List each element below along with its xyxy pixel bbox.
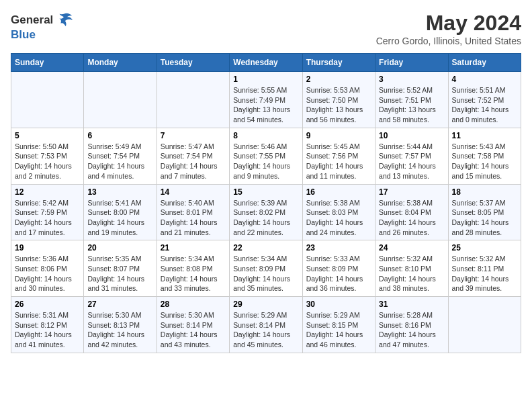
day-info: Sunrise: 5:53 AM Sunset: 7:50 PM Dayligh… xyxy=(306,85,371,125)
calendar-cell xyxy=(84,72,157,128)
column-header-sunday: Sunday xyxy=(11,54,84,72)
calendar-cell: 3Sunrise: 5:52 AM Sunset: 7:51 PM Daylig… xyxy=(375,72,448,128)
day-number: 11 xyxy=(452,131,517,140)
calendar-cell: 12Sunrise: 5:42 AM Sunset: 7:59 PM Dayli… xyxy=(11,184,84,240)
calendar-cell: 17Sunrise: 5:38 AM Sunset: 8:04 PM Dayli… xyxy=(375,184,448,240)
day-number: 29 xyxy=(233,300,298,309)
day-number: 8 xyxy=(233,131,298,140)
day-info: Sunrise: 5:51 AM Sunset: 7:52 PM Dayligh… xyxy=(452,85,517,125)
calendar-week-row: 26Sunrise: 5:31 AM Sunset: 8:12 PM Dayli… xyxy=(11,297,521,353)
column-header-thursday: Thursday xyxy=(302,54,375,72)
calendar-cell: 14Sunrise: 5:40 AM Sunset: 8:01 PM Dayli… xyxy=(157,184,229,240)
day-number: 25 xyxy=(452,243,517,253)
day-info: Sunrise: 5:55 AM Sunset: 7:49 PM Dayligh… xyxy=(233,85,298,125)
calendar-cell: 10Sunrise: 5:44 AM Sunset: 7:57 PM Dayli… xyxy=(375,128,448,184)
subtitle: Cerro Gordo, Illinois, United States xyxy=(376,36,521,46)
calendar-cell: 25Sunrise: 5:32 AM Sunset: 8:11 PM Dayli… xyxy=(448,240,521,297)
calendar-cell: 21Sunrise: 5:34 AM Sunset: 8:08 PM Dayli… xyxy=(157,240,229,297)
calendar-cell: 2Sunrise: 5:53 AM Sunset: 7:50 PM Daylig… xyxy=(302,72,375,128)
day-info: Sunrise: 5:39 AM Sunset: 8:02 PM Dayligh… xyxy=(233,198,298,238)
day-info: Sunrise: 5:29 AM Sunset: 8:15 PM Dayligh… xyxy=(306,310,371,350)
day-number: 23 xyxy=(306,243,371,253)
calendar-cell: 15Sunrise: 5:39 AM Sunset: 8:02 PM Dayli… xyxy=(230,184,302,240)
day-info: Sunrise: 5:31 AM Sunset: 8:12 PM Dayligh… xyxy=(15,310,80,350)
day-number: 27 xyxy=(87,300,152,309)
calendar-cell: 26Sunrise: 5:31 AM Sunset: 8:12 PM Dayli… xyxy=(11,297,84,353)
column-header-friday: Friday xyxy=(375,54,448,72)
day-info: Sunrise: 5:47 AM Sunset: 7:54 PM Dayligh… xyxy=(161,142,226,181)
day-info: Sunrise: 5:42 AM Sunset: 7:59 PM Dayligh… xyxy=(15,198,80,238)
calendar-cell: 24Sunrise: 5:32 AM Sunset: 8:10 PM Dayli… xyxy=(375,240,448,297)
day-info: Sunrise: 5:44 AM Sunset: 7:57 PM Dayligh… xyxy=(379,142,444,181)
day-info: Sunrise: 5:30 AM Sunset: 8:14 PM Dayligh… xyxy=(161,310,226,350)
logo-general: General xyxy=(11,13,53,27)
day-number: 28 xyxy=(161,300,226,309)
column-header-tuesday: Tuesday xyxy=(157,54,229,72)
page-header: General Blue May 2024 Cerro Gordo, Illin… xyxy=(11,11,521,46)
day-info: Sunrise: 5:32 AM Sunset: 8:11 PM Dayligh… xyxy=(452,254,517,293)
day-number: 13 xyxy=(87,187,152,197)
day-number: 15 xyxy=(233,187,298,197)
day-number: 12 xyxy=(15,187,80,197)
calendar-cell: 1Sunrise: 5:55 AM Sunset: 7:49 PM Daylig… xyxy=(230,72,302,128)
calendar-table: SundayMondayTuesdayWednesdayThursdayFrid… xyxy=(11,53,521,353)
calendar-cell: 8Sunrise: 5:46 AM Sunset: 7:55 PM Daylig… xyxy=(230,128,302,184)
calendar-cell: 27Sunrise: 5:30 AM Sunset: 8:13 PM Dayli… xyxy=(84,297,157,353)
calendar-cell: 28Sunrise: 5:30 AM Sunset: 8:14 PM Dayli… xyxy=(157,297,229,353)
day-number: 20 xyxy=(87,243,152,253)
day-info: Sunrise: 5:28 AM Sunset: 8:16 PM Dayligh… xyxy=(379,310,444,350)
day-info: Sunrise: 5:52 AM Sunset: 7:51 PM Dayligh… xyxy=(379,85,444,125)
day-info: Sunrise: 5:36 AM Sunset: 8:06 PM Dayligh… xyxy=(15,254,80,293)
calendar-cell: 23Sunrise: 5:33 AM Sunset: 8:09 PM Dayli… xyxy=(302,240,375,297)
day-number: 6 xyxy=(87,131,152,140)
calendar-week-row: 1Sunrise: 5:55 AM Sunset: 7:49 PM Daylig… xyxy=(11,72,521,128)
calendar-cell xyxy=(157,72,229,128)
calendar-cell: 31Sunrise: 5:28 AM Sunset: 8:16 PM Dayli… xyxy=(375,297,448,353)
day-info: Sunrise: 5:30 AM Sunset: 8:13 PM Dayligh… xyxy=(87,310,152,350)
calendar-week-row: 12Sunrise: 5:42 AM Sunset: 7:59 PM Dayli… xyxy=(11,184,521,240)
calendar-cell: 19Sunrise: 5:36 AM Sunset: 8:06 PM Dayli… xyxy=(11,240,84,297)
calendar-cell: 30Sunrise: 5:29 AM Sunset: 8:15 PM Dayli… xyxy=(302,297,375,353)
day-number: 10 xyxy=(379,131,444,140)
day-number: 9 xyxy=(306,131,371,140)
calendar-cell: 7Sunrise: 5:47 AM Sunset: 7:54 PM Daylig… xyxy=(157,128,229,184)
calendar-week-row: 19Sunrise: 5:36 AM Sunset: 8:06 PM Dayli… xyxy=(11,240,521,297)
day-info: Sunrise: 5:33 AM Sunset: 8:09 PM Dayligh… xyxy=(306,254,371,293)
calendar-cell xyxy=(11,72,84,128)
calendar-cell: 20Sunrise: 5:35 AM Sunset: 8:07 PM Dayli… xyxy=(84,240,157,297)
calendar-cell: 22Sunrise: 5:34 AM Sunset: 8:09 PM Dayli… xyxy=(230,240,302,297)
day-number: 19 xyxy=(15,243,80,253)
day-info: Sunrise: 5:34 AM Sunset: 8:09 PM Dayligh… xyxy=(233,254,298,293)
day-info: Sunrise: 5:38 AM Sunset: 8:03 PM Dayligh… xyxy=(306,198,371,238)
logo-bird-icon xyxy=(54,11,73,30)
main-title: May 2024 xyxy=(376,11,521,36)
column-header-monday: Monday xyxy=(84,54,157,72)
day-number: 14 xyxy=(161,187,226,197)
day-info: Sunrise: 5:34 AM Sunset: 8:08 PM Dayligh… xyxy=(161,254,226,293)
calendar-week-row: 5Sunrise: 5:50 AM Sunset: 7:53 PM Daylig… xyxy=(11,128,521,184)
column-header-wednesday: Wednesday xyxy=(230,54,302,72)
day-info: Sunrise: 5:49 AM Sunset: 7:54 PM Dayligh… xyxy=(87,142,152,181)
day-number: 16 xyxy=(306,187,371,197)
day-number: 26 xyxy=(15,300,80,309)
day-info: Sunrise: 5:41 AM Sunset: 8:00 PM Dayligh… xyxy=(87,198,152,238)
calendar-cell: 16Sunrise: 5:38 AM Sunset: 8:03 PM Dayli… xyxy=(302,184,375,240)
day-info: Sunrise: 5:45 AM Sunset: 7:56 PM Dayligh… xyxy=(306,142,371,181)
calendar-cell: 18Sunrise: 5:37 AM Sunset: 8:05 PM Dayli… xyxy=(448,184,521,240)
calendar-cell: 13Sunrise: 5:41 AM Sunset: 8:00 PM Dayli… xyxy=(84,184,157,240)
logo-blue: Blue xyxy=(11,28,73,42)
day-number: 5 xyxy=(15,131,80,140)
day-number: 3 xyxy=(379,75,444,84)
day-info: Sunrise: 5:40 AM Sunset: 8:01 PM Dayligh… xyxy=(161,198,226,238)
calendar-cell: 6Sunrise: 5:49 AM Sunset: 7:54 PM Daylig… xyxy=(84,128,157,184)
day-info: Sunrise: 5:50 AM Sunset: 7:53 PM Dayligh… xyxy=(15,142,80,181)
day-number: 4 xyxy=(452,75,517,84)
day-info: Sunrise: 5:38 AM Sunset: 8:04 PM Dayligh… xyxy=(379,198,444,238)
day-number: 2 xyxy=(306,75,371,84)
day-number: 30 xyxy=(306,300,371,309)
day-number: 21 xyxy=(161,243,226,253)
day-number: 17 xyxy=(379,187,444,197)
logo: General Blue xyxy=(11,11,73,42)
calendar-cell: 5Sunrise: 5:50 AM Sunset: 7:53 PM Daylig… xyxy=(11,128,84,184)
day-info: Sunrise: 5:43 AM Sunset: 7:58 PM Dayligh… xyxy=(452,142,517,181)
